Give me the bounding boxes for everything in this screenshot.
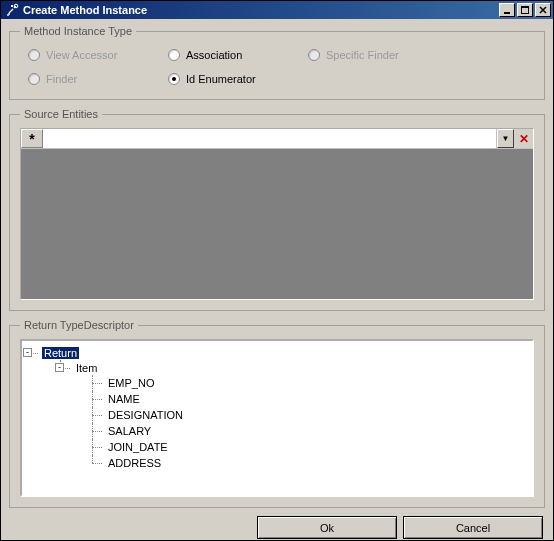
radio-icon — [28, 73, 40, 85]
source-entities-legend: Source Entities — [20, 108, 102, 120]
tree-leaf[interactable]: NAME — [92, 391, 528, 407]
dialog-buttons: Ok Cancel — [9, 516, 545, 539]
ok-button[interactable]: Ok — [257, 516, 397, 539]
grid-new-row[interactable]: * ▼ ✕ — [21, 129, 533, 149]
radio-icon — [308, 49, 320, 61]
radio-label: Association — [186, 49, 242, 61]
tree-label[interactable]: EMP_NO — [106, 377, 156, 389]
radio-specific-finder: Specific Finder — [308, 49, 448, 61]
title-bar: Create Method Instance — [1, 1, 553, 19]
tree-label[interactable]: DESIGNATION — [106, 409, 185, 421]
radio-association[interactable]: Association — [168, 49, 308, 61]
minimize-button[interactable] — [499, 3, 515, 17]
collapse-icon[interactable]: - — [23, 348, 32, 357]
cancel-button[interactable]: Cancel — [403, 516, 543, 539]
radio-label: Specific Finder — [326, 49, 399, 61]
type-descriptor-tree[interactable]: - Return - Item EMP_NO NAME DESIGNATION … — [20, 339, 534, 497]
svg-rect-3 — [521, 6, 529, 8]
dropdown-button[interactable]: ▼ — [497, 129, 514, 148]
radio-id-enumerator[interactable]: Id Enumerator — [168, 73, 308, 85]
radio-icon — [168, 73, 180, 85]
method-type-legend: Method Instance Type — [20, 25, 136, 37]
tree-label[interactable]: NAME — [106, 393, 142, 405]
tree-label-item[interactable]: Item — [74, 362, 99, 374]
dialog-content: Method Instance Type View Accessor Assoc… — [1, 19, 553, 541]
tree-label[interactable]: ADDRESS — [106, 457, 163, 469]
svg-rect-1 — [504, 12, 510, 14]
radio-label: Id Enumerator — [186, 73, 256, 85]
window-title: Create Method Instance — [23, 4, 499, 16]
tree-leaf[interactable]: EMP_NO — [92, 375, 528, 391]
tree-node-item[interactable]: - Item EMP_NO NAME DESIGNATION SALARY JO… — [60, 360, 528, 472]
close-button[interactable] — [535, 3, 551, 17]
window-controls — [499, 3, 551, 17]
collapse-icon[interactable]: - — [55, 363, 64, 372]
delete-row-button[interactable]: ✕ — [514, 129, 533, 148]
entity-cell[interactable] — [43, 129, 497, 148]
tree-label[interactable]: JOIN_DATE — [106, 441, 170, 453]
maximize-button[interactable] — [517, 3, 533, 17]
source-entities-group: Source Entities * ▼ ✕ — [9, 108, 545, 311]
radio-label: View Accessor — [46, 49, 117, 61]
method-instance-type-group: Method Instance Type View Accessor Assoc… — [9, 25, 545, 100]
tree-leaf[interactable]: JOIN_DATE — [92, 439, 528, 455]
tree-leaf[interactable]: DESIGNATION — [92, 407, 528, 423]
tree-leaf[interactable]: ADDRESS — [92, 455, 528, 471]
tree-label-return[interactable]: Return — [42, 347, 79, 359]
tree-label[interactable]: SALARY — [106, 425, 153, 437]
tree-node-return[interactable]: - Return - Item EMP_NO NAME DESIGNATION … — [28, 345, 528, 473]
radio-finder: Finder — [28, 73, 168, 85]
tree-leaf[interactable]: SALARY — [92, 423, 528, 439]
return-type-descriptor-group: Return TypeDescriptor - Return - Item EM… — [9, 319, 545, 508]
radio-view-accessor: View Accessor — [28, 49, 168, 61]
radio-label: Finder — [46, 73, 77, 85]
app-icon — [5, 3, 19, 17]
source-entities-grid[interactable]: * ▼ ✕ — [20, 128, 534, 300]
radio-icon — [28, 49, 40, 61]
new-row-indicator: * — [21, 129, 43, 148]
return-type-legend: Return TypeDescriptor — [20, 319, 138, 331]
radio-icon — [168, 49, 180, 61]
